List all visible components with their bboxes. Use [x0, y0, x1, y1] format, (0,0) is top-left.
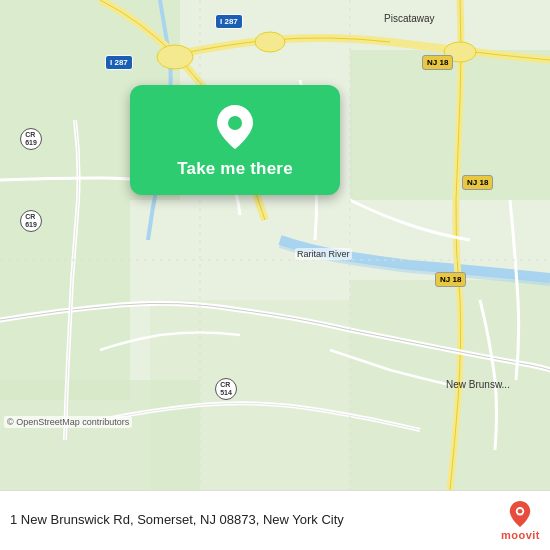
svg-point-16: [518, 508, 523, 513]
moovit-logo: moovit: [501, 501, 540, 541]
shield-i287-top: I 287: [215, 14, 243, 29]
map-container: I 287 I 287 NJ 18 NJ 18 NJ 18 CR619 CR61…: [0, 0, 550, 490]
moovit-pin-icon: [509, 501, 531, 527]
address-text: 1 New Brunswick Rd, Somerset, NJ 08873, …: [10, 511, 491, 529]
moovit-label: moovit: [501, 529, 540, 541]
svg-rect-3: [350, 50, 550, 200]
svg-rect-6: [150, 300, 350, 490]
svg-point-8: [255, 32, 285, 52]
osm-attribution: © OpenStreetMap contributors: [4, 416, 132, 428]
new-brunswick-label: New Brunsw...: [444, 378, 512, 391]
shield-nj18-bot: NJ 18: [435, 272, 466, 287]
raritan-river-label: Raritan River: [295, 248, 352, 260]
shield-nj18-mid: NJ 18: [462, 175, 493, 190]
shield-i287-left: I 287: [105, 55, 133, 70]
shield-cr619-bot: CR619: [20, 210, 42, 232]
piscataway-label: Piscataway: [382, 12, 437, 25]
svg-point-14: [228, 116, 242, 130]
take-me-there-overlay: Take me there: [130, 85, 340, 195]
shield-cr619-top: CR619: [20, 128, 42, 150]
take-me-there-button[interactable]: Take me there: [177, 159, 293, 179]
location-pin-icon: [217, 105, 253, 149]
svg-rect-2: [0, 200, 130, 400]
svg-point-7: [157, 45, 193, 69]
bottom-bar: 1 New Brunswick Rd, Somerset, NJ 08873, …: [0, 490, 550, 550]
shield-nj18-top: NJ 18: [422, 55, 453, 70]
shield-cr514-bot: CR514: [215, 378, 237, 400]
